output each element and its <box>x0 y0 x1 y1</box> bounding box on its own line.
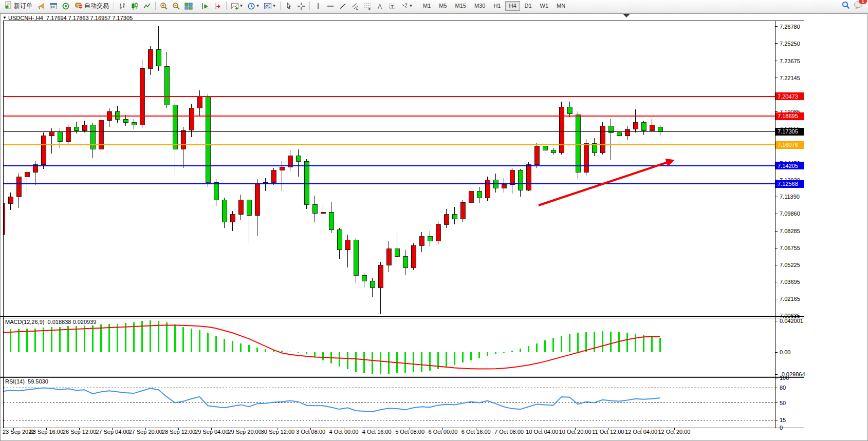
toolbar-separator <box>280 2 281 10</box>
chat-button[interactable]: 1 <box>854 1 864 12</box>
vertical-line-button[interactable] <box>312 1 324 12</box>
svg-text:6 Oct 16:00: 6 Oct 16:00 <box>461 429 491 435</box>
chart-title-caret-icon[interactable]: ▼ <box>3 15 7 20</box>
megaphone-icon-button[interactable] <box>35 1 47 12</box>
svg-text:7.23675: 7.23675 <box>780 58 800 64</box>
svg-text:7.20473: 7.20473 <box>778 93 798 100</box>
arrows-icon <box>400 2 409 10</box>
svg-text:27 Sep 20:00: 27 Sep 20:00 <box>128 429 162 435</box>
search-icon[interactable] <box>841 1 851 12</box>
autoscroll-button[interactable] <box>199 1 212 12</box>
svg-text:29 Sep 20:00: 29 Sep 20:00 <box>228 429 261 435</box>
toolbar-separator <box>417 2 417 10</box>
autoscroll-icon <box>201 2 210 10</box>
new-order-button[interactable]: 新订单 <box>2 1 35 12</box>
timeframe-M5[interactable]: M5 <box>435 1 450 11</box>
timeframe-W1[interactable]: W1 <box>537 1 552 11</box>
svg-text:3 Oct 08:00: 3 Oct 08:00 <box>296 429 325 435</box>
indicators-button[interactable]: ▼ <box>229 1 245 12</box>
timeframe-H1[interactable]: H1 <box>490 1 504 11</box>
svg-text:0.00: 0.00 <box>780 349 790 355</box>
svg-text:7.02165: 7.02165 <box>780 296 800 302</box>
template-button[interactable]: ▼ <box>262 1 278 12</box>
svg-text:27 Sep 04:00: 27 Sep 04:00 <box>96 429 129 435</box>
text-label-button[interactable]: T <box>386 1 398 12</box>
main-toolbar: 新订单 自动交易 ▼ <box>0 0 868 12</box>
timeframe-M1[interactable]: M1 <box>419 1 434 11</box>
vline-icon <box>314 2 322 10</box>
candle-chart-icon <box>131 2 139 10</box>
periods-button[interactable]: ▼ <box>245 1 262 12</box>
svg-text:30 Sep 12:00: 30 Sep 12:00 <box>261 429 294 435</box>
fibonacci-button[interactable]: F <box>361 1 374 12</box>
line-chart-button[interactable] <box>141 1 153 12</box>
svg-text:7.18695: 7.18695 <box>778 113 798 119</box>
auto-trading-label: 自动交易 <box>84 2 109 10</box>
svg-text:0.042001: 0.042001 <box>780 318 803 324</box>
cursor-button[interactable] <box>283 1 295 12</box>
svg-text:10 Oct 04:00: 10 Oct 04:00 <box>526 429 558 435</box>
svg-text:7.25250: 7.25250 <box>780 41 800 47</box>
svg-text:50: 50 <box>780 400 786 406</box>
svg-text:7.11390: 7.11390 <box>780 194 800 200</box>
zoom-in-button[interactable] <box>158 1 170 12</box>
tile-windows-button[interactable] <box>182 1 195 12</box>
periods-clock-icon <box>247 2 255 10</box>
chart-shift-icon <box>214 2 222 10</box>
zoom-in-icon <box>160 2 168 10</box>
svg-text:5 Oct 08:00: 5 Oct 08:00 <box>395 429 424 435</box>
toolbar-separator <box>197 2 197 10</box>
chart-window: 7.267807.252507.236757.221457.190857.175… <box>0 13 868 441</box>
timeframe-H4[interactable]: H4 <box>505 1 520 11</box>
timeframe-D1[interactable]: D1 <box>521 1 535 11</box>
text-label-icon: T <box>388 2 396 10</box>
channel-button[interactable]: E <box>349 1 361 12</box>
svg-text:7.26780: 7.26780 <box>780 24 800 30</box>
text-button[interactable]: A <box>374 1 386 12</box>
svg-text:11 Oct 12:00: 11 Oct 12:00 <box>592 429 624 435</box>
svg-text:7.12568: 7.12568 <box>778 181 798 187</box>
svg-text:28 Sep 12:00: 28 Sep 12:00 <box>162 429 195 435</box>
zoom-out-icon <box>172 2 180 10</box>
new-order-icon <box>4 1 12 11</box>
charts-window-icon-button[interactable] <box>47 1 60 12</box>
svg-text:12 Oct 20:00: 12 Oct 20:00 <box>658 429 691 435</box>
new-order-label: 新订单 <box>14 2 32 10</box>
svg-text:6 Oct 00:00: 6 Oct 00:00 <box>428 429 457 435</box>
tile-windows-icon <box>184 2 193 10</box>
svg-text:7 Oct 08:00: 7 Oct 08:00 <box>494 429 524 435</box>
line-chart-icon <box>143 2 151 10</box>
trendline-button[interactable] <box>337 1 349 12</box>
timeframe-MN[interactable]: MN <box>553 1 569 11</box>
hline-icon <box>326 2 335 10</box>
svg-text:7.14205: 7.14205 <box>778 163 798 169</box>
timeframe-M15[interactable]: M15 <box>452 1 470 11</box>
svg-text:10 Oct 20:00: 10 Oct 20:00 <box>559 429 592 435</box>
auto-trading-button[interactable]: 自动交易 <box>72 1 112 12</box>
svg-text:15: 15 <box>780 417 786 423</box>
svg-text:7.22145: 7.22145 <box>780 75 800 81</box>
svg-text:26 Sep 12:00: 26 Sep 12:00 <box>63 429 96 435</box>
rsi-value: 59.5030 <box>28 378 48 385</box>
fibonacci-icon: F <box>363 2 372 10</box>
chart-title: USDCNH-,H4 7.17694 7.17863 7.16957 7.173… <box>8 15 133 21</box>
svg-text:T: T <box>391 4 394 9</box>
svg-text:4 Oct 00:00: 4 Oct 00:00 <box>329 429 359 435</box>
macd-values: 0.018838 0.020939 <box>48 319 97 325</box>
arrows-button[interactable]: ▼ <box>398 1 415 12</box>
candle-chart-button[interactable] <box>128 1 141 12</box>
svg-text:7.16076: 7.16076 <box>778 142 798 148</box>
toolbar-separator <box>114 2 114 10</box>
zoom-out-button[interactable] <box>170 1 182 12</box>
crosshair-icon <box>297 2 305 10</box>
chart-canvas[interactable]: 7.267807.252507.236757.221457.190857.175… <box>0 13 868 441</box>
bar-chart-button[interactable] <box>116 1 128 12</box>
timeframe-M30[interactable]: M30 <box>471 1 489 11</box>
svg-text:7.08285: 7.08285 <box>780 228 800 234</box>
signal-icon-button[interactable] <box>60 1 72 12</box>
chevron-down-icon: ▼ <box>239 4 244 8</box>
crosshair-button[interactable] <box>295 1 307 12</box>
svg-text:7.06755: 7.06755 <box>780 245 800 251</box>
horizontal-line-button[interactable] <box>324 1 337 12</box>
chart-shift-button[interactable] <box>212 1 224 12</box>
